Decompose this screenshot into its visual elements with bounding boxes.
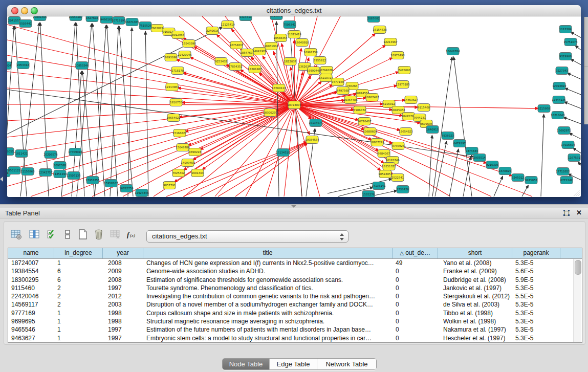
graph-node[interactable]: 14569117 bbox=[272, 84, 286, 92]
graph-node[interactable]: 10653287 bbox=[69, 16, 82, 21]
graph-node[interactable]: 6497568 bbox=[337, 87, 350, 95]
graph-node[interactable]: 12213963 bbox=[165, 83, 179, 91]
graph-edge[interactable] bbox=[453, 57, 472, 196]
graph-edge[interactable] bbox=[7, 105, 294, 154]
table-row[interactable]: 946362711997Embryonic stem cells: a mode… bbox=[8, 334, 582, 342]
graph-node[interactable]: 2087682 bbox=[367, 16, 380, 23]
graph-node[interactable]: 9777169 bbox=[332, 78, 344, 86]
graph-node[interactable]: 2935514 bbox=[473, 154, 486, 162]
graph-node[interactable]: 12923446 bbox=[135, 189, 149, 197]
column-header-short[interactable]: short bbox=[438, 248, 512, 258]
graph-node[interactable]: 17359928 bbox=[68, 148, 82, 156]
graph-node[interactable]: 7485063 bbox=[398, 67, 410, 74]
graph-node[interactable]: 1811421 bbox=[15, 150, 28, 158]
tab-edge-table[interactable]: Edge Table bbox=[269, 359, 317, 369]
graph-node[interactable]: 17710355 bbox=[556, 168, 570, 176]
graph-node[interactable]: 15692971 bbox=[557, 127, 571, 135]
graph-node[interactable]: 14099459 bbox=[181, 159, 195, 167]
graph-node[interactable]: 17957255 bbox=[85, 177, 99, 184]
graph-node[interactable]: 1527602 bbox=[86, 16, 98, 22]
graph-node[interactable]: 8513071 bbox=[270, 16, 282, 20]
column-settings-icon[interactable] bbox=[11, 229, 22, 240]
resize-grip[interactable] bbox=[573, 189, 580, 196]
graph-node[interactable]: 10588354 bbox=[273, 34, 288, 42]
table-row[interactable]: 2242004622012Investigating the contribut… bbox=[8, 292, 582, 300]
graph-node[interactable]: 8501121 bbox=[8, 167, 20, 174]
network-canvas[interactable]: 1872400711325419186409101696175879558121… bbox=[7, 16, 581, 197]
graph-node[interactable]: 15134519 bbox=[276, 149, 290, 157]
graph-edge[interactable] bbox=[564, 88, 581, 95]
table-row[interactable]: 946554611997Estimation of the future num… bbox=[8, 325, 582, 334]
graph-node[interactable]: 15751074 bbox=[563, 38, 578, 46]
graph-node[interactable]: 12213967 bbox=[383, 38, 397, 46]
graph-node[interactable]: 16543398 bbox=[182, 40, 196, 48]
graph-node[interactable]: 16210643 bbox=[551, 112, 564, 119]
graph-edge[interactable] bbox=[128, 28, 132, 196]
network-window-titlebar[interactable]: citations_edges.txt bbox=[7, 5, 581, 16]
graph-node[interactable]: 16961934 bbox=[264, 42, 278, 50]
graph-edge[interactable] bbox=[563, 117, 581, 124]
tab-network-table[interactable]: Network Table bbox=[317, 359, 376, 369]
graph-node[interactable]: 18640910 bbox=[295, 39, 309, 47]
graph-node[interactable]: 20853346 bbox=[75, 62, 89, 70]
graph-node[interactable]: 10719195 bbox=[112, 17, 125, 25]
graph-node[interactable]: 20364486 bbox=[343, 96, 358, 104]
graph-node[interactable]: 2316055 bbox=[7, 148, 14, 156]
graph-edge[interactable] bbox=[281, 43, 294, 105]
table-row[interactable]: 1938455462009Genome-wide association stu… bbox=[8, 267, 582, 275]
table-select-dropdown[interactable]: citations_edges.txt bbox=[146, 230, 349, 243]
graph-edge[interactable] bbox=[573, 148, 581, 154]
graph-node[interactable]: 8938923 bbox=[442, 132, 454, 140]
graph-edge[interactable] bbox=[575, 46, 581, 51]
graph-edge[interactable] bbox=[578, 162, 581, 167]
graph-edge[interactable] bbox=[541, 114, 544, 196]
graph-node[interactable]: 19990448 bbox=[307, 67, 321, 75]
graph-node[interactable]: 1822037 bbox=[284, 58, 296, 65]
graph-node[interactable]: 2041557 bbox=[8, 17, 20, 25]
close-panel-icon[interactable]: ✕ bbox=[576, 209, 582, 217]
graph-node[interactable]: 15958167 bbox=[104, 180, 118, 187]
graph-node[interactable]: 1678825 bbox=[499, 167, 511, 175]
graph-node[interactable]: 16210723 bbox=[319, 74, 333, 82]
graph-node[interactable]: 7625402 bbox=[172, 169, 185, 177]
collapse-panel-arrow-icon[interactable] bbox=[0, 177, 3, 182]
graph-node[interactable]: 14463627 bbox=[404, 96, 418, 104]
graph-node[interactable]: 9498224 bbox=[189, 148, 202, 156]
graph-node[interactable]: 8215958 bbox=[538, 105, 551, 113]
graph-edge[interactable] bbox=[200, 105, 294, 149]
graph-node[interactable]: 15046786 bbox=[176, 144, 190, 151]
graph-node[interactable]: 2053312 bbox=[17, 61, 29, 69]
graph-edge[interactable] bbox=[567, 73, 581, 80]
graph-node[interactable]: 15166827 bbox=[172, 129, 186, 137]
graph-node[interactable]: 17854352 bbox=[228, 63, 242, 71]
graph-node[interactable]: 12125419 bbox=[221, 21, 235, 29]
graph-node[interactable]: 20206576 bbox=[43, 151, 58, 159]
graph-node[interactable]: 1810755 bbox=[170, 99, 182, 106]
graph-node[interactable]: 7955812 bbox=[314, 57, 326, 64]
graph-node[interactable]: 15134574 bbox=[309, 119, 323, 127]
graph-node[interactable]: 2718170 bbox=[171, 67, 184, 75]
graph-edge[interactable] bbox=[218, 143, 308, 196]
graph-edge[interactable] bbox=[294, 105, 450, 196]
graph-node[interactable]: 10688609 bbox=[363, 128, 377, 136]
graph-edge[interactable] bbox=[564, 102, 581, 109]
import-table-icon[interactable] bbox=[110, 229, 121, 240]
graph-node[interactable]: 12342757 bbox=[38, 169, 52, 177]
table-row[interactable]: 911546021997Tourette syndrome. Phenomeno… bbox=[8, 284, 582, 292]
graph-node[interactable]: 12505135 bbox=[67, 172, 80, 180]
graph-edge[interactable] bbox=[76, 23, 84, 196]
graph-node[interactable]: 10973493 bbox=[390, 52, 404, 59]
column-header-in_degree[interactable]: in_degree bbox=[54, 248, 103, 258]
graph-node[interactable]: 9216306 bbox=[486, 161, 499, 169]
graph-node[interactable]: 12093822 bbox=[552, 82, 566, 90]
graph-node[interactable]: 1167531 bbox=[568, 154, 580, 162]
vertical-scrollbar[interactable] bbox=[573, 259, 581, 342]
graph-edge[interactable] bbox=[7, 25, 294, 105]
graph-node[interactable]: 6771342 bbox=[560, 177, 573, 184]
graph-node[interactable]: 1691404 bbox=[191, 169, 204, 177]
graph-node[interactable]: 16782759 bbox=[119, 185, 134, 192]
row-height-icon[interactable] bbox=[62, 229, 73, 240]
show-columns-icon[interactable] bbox=[29, 229, 40, 240]
graph-edge[interactable] bbox=[7, 104, 294, 105]
graph-node[interactable]: 9227343 bbox=[556, 67, 568, 75]
